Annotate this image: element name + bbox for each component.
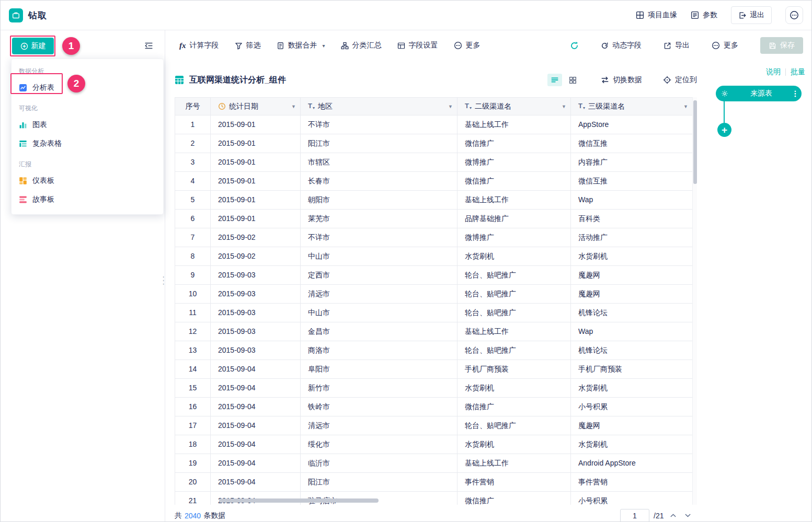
note-link[interactable]: 说明 — [766, 67, 781, 77]
menu-section-visualization: 可视化 — [12, 101, 163, 115]
table-cell: 不详市 — [301, 115, 458, 134]
table-row[interactable]: 42015-09-01长春市微信推广微信互推 — [175, 172, 697, 191]
table-cell: Android AppStore — [571, 454, 693, 473]
category-summary-button[interactable]: 分类汇总 — [341, 41, 382, 50]
org-structure-icon — [341, 42, 349, 50]
export-button[interactable]: 导出 — [664, 41, 690, 50]
node-menu-button[interactable] — [794, 90, 796, 98]
table-cell: 基础上线工作 — [458, 191, 571, 210]
table-row[interactable]: 182015-09-04绥化市水货刷机水货刷机 — [175, 435, 697, 454]
more-right-button[interactable]: 更多 — [712, 41, 738, 50]
table-row[interactable]: 202015-09-04阳江市事件营销事件营销 — [175, 473, 697, 492]
table-cell: 2015-09-04 — [211, 473, 301, 492]
app-window: 钻取 项目血缘 参数 退出 — [0, 0, 812, 522]
column-filter-dropdown[interactable] — [448, 104, 453, 109]
table-row[interactable]: 152015-09-04新竹市水货刷机水货刷机 — [175, 379, 697, 398]
create-menu: 数据分析 分析表 可视化 图表 复杂表格 汇报 — [11, 59, 164, 215]
column-filter-dropdown[interactable] — [562, 104, 566, 109]
dashboard-icon — [19, 177, 27, 185]
page-number-input[interactable] — [620, 509, 649, 522]
table-cell: 16 — [175, 398, 211, 416]
table-cell: 金昌市 — [301, 322, 458, 341]
calc-field-button[interactable]: fx 计算字段 — [179, 41, 219, 50]
column-header-channel3[interactable]: 三级渠道名 — [571, 98, 693, 115]
horizontal-scrollbar-thumb[interactable] — [219, 498, 379, 503]
table-cell: 2015-09-04 — [211, 435, 301, 454]
column-header-index[interactable]: 序号 — [175, 98, 211, 115]
table-row[interactable]: 52015-09-01朝阳市基础上线工作Wap — [175, 191, 697, 210]
list-view-toggle[interactable] — [547, 74, 562, 86]
table-cell: 魔趣网 — [571, 285, 693, 304]
menu-item-storyboard[interactable]: 故事板 — [12, 190, 163, 209]
table-row[interactable]: 162015-09-04铁岭市微信推广小号积累 — [175, 398, 697, 416]
save-button[interactable]: 保存 — [760, 37, 803, 54]
table-row[interactable]: 72015-09-02不详市微博推广活动推广 — [175, 228, 697, 247]
column-header-date[interactable]: 统计日期 — [211, 98, 301, 115]
table-cell: 2015-09-04 — [211, 379, 301, 398]
menu-item-dashboard[interactable]: 仪表板 — [12, 171, 163, 190]
project-lineage-button[interactable]: 项目血缘 — [636, 10, 677, 20]
table-cell: 朝阳市 — [301, 191, 458, 210]
column-filter-dropdown[interactable] — [683, 104, 688, 109]
vertical-scrollbar-thumb[interactable] — [693, 100, 697, 184]
table-cell: 微博推广 — [458, 228, 571, 247]
exit-button[interactable]: 退出 — [731, 6, 772, 24]
batch-link[interactable]: 批量 — [791, 67, 805, 77]
app-logo-icon — [9, 8, 23, 22]
previous-page-button[interactable] — [668, 511, 678, 521]
header-more-button[interactable] — [785, 6, 803, 24]
table-row[interactable]: 142015-09-04阜阳市手机厂商预装手机厂商预装 — [175, 360, 697, 379]
table-row[interactable]: 132015-09-03商洛市轮台、贴吧推广机锋论坛 — [175, 341, 697, 360]
menu-item-complex-table[interactable]: 复杂表格 — [12, 134, 163, 153]
table-row[interactable]: 192015-09-04临沂市基础上线工作Android AppStore — [175, 454, 697, 473]
table-row[interactable]: 62015-09-01莱芜市品牌基础推广百科类 — [175, 210, 697, 228]
column-header-channel2[interactable]: 二级渠道名 — [458, 98, 571, 115]
menu-item-chart[interactable]: 图表 — [12, 115, 163, 134]
table-cell: Wap — [571, 191, 693, 210]
source-table-node[interactable]: 来源表 — [716, 86, 802, 101]
sidebar-resize-handle[interactable]: ⋮ — [160, 274, 167, 286]
table-row[interactable]: 112015-09-03中山市轮台、贴吧推广机锋论坛 — [175, 304, 697, 322]
table-row[interactable]: 172015-09-04清远市轮台、贴吧推广魔趣网 — [175, 416, 697, 435]
total-suffix: 条数据 — [203, 511, 225, 520]
table-cell: 基础上线工作 — [458, 454, 571, 473]
add-node-button[interactable] — [717, 123, 731, 137]
table-row[interactable]: 12015-09-01不详市基础上线工作AppStore — [175, 115, 697, 134]
clock-icon — [218, 102, 226, 110]
filter-button[interactable]: 筛选 — [235, 41, 261, 50]
dynamic-field-button[interactable]: 动态字段 — [601, 41, 642, 50]
field-settings-button[interactable]: 字段设置 — [397, 41, 438, 50]
switch-data-button[interactable]: 切换数据 — [601, 75, 642, 85]
column-header-region[interactable]: 地区 — [301, 98, 458, 115]
locate-button[interactable]: 定位到 — [663, 75, 697, 85]
vertical-scrollbar[interactable] — [692, 97, 697, 505]
text-field-icon — [308, 102, 315, 110]
ellipsis-circle-icon — [454, 41, 462, 50]
table-row[interactable]: 102015-09-03清远市轮台、贴吧推广魔趣网 — [175, 285, 697, 304]
grid-view-toggle[interactable] — [565, 74, 580, 86]
column-label: 三级渠道名 — [588, 102, 625, 111]
next-page-button[interactable] — [682, 511, 693, 521]
refresh-button[interactable] — [570, 41, 579, 50]
table-cell: 内容推广 — [571, 153, 693, 172]
field-settings-label: 字段设置 — [409, 41, 438, 50]
column-filter-dropdown[interactable] — [291, 104, 296, 109]
collapse-sidebar-icon[interactable] — [144, 41, 153, 50]
table-row[interactable]: 22015-09-01阳江市微信推广微信互推 — [175, 134, 697, 153]
table-row[interactable]: 82015-09-02中山市水货刷机水货刷机 — [175, 247, 697, 266]
table-cell: 阳江市 — [301, 134, 458, 153]
table-row[interactable]: 92015-09-03定西市轮台、贴吧推广魔趣网 — [175, 266, 697, 285]
data-merge-button[interactable]: 数据合并 — [277, 41, 325, 50]
toolbar-right: 动态字段 导出 更多 — [570, 37, 803, 54]
more-left-button[interactable]: 更多 — [454, 41, 481, 50]
new-button[interactable]: 新建 — [12, 38, 54, 54]
text-field-icon — [465, 102, 472, 110]
menu-item-analysis-table[interactable]: 分析表 — [12, 78, 163, 97]
table-cell: 13 — [175, 341, 211, 360]
data-merge-label: 数据合并 — [288, 41, 317, 50]
table-row[interactable]: 32015-09-01市辖区微博推广内容推广 — [175, 153, 697, 172]
page-title: 钻取 — [28, 9, 47, 21]
table-row[interactable]: 122015-09-03金昌市基础上线工作Wap — [175, 322, 697, 341]
params-button[interactable]: 参数 — [691, 10, 717, 20]
table-cell: 11 — [175, 304, 211, 322]
